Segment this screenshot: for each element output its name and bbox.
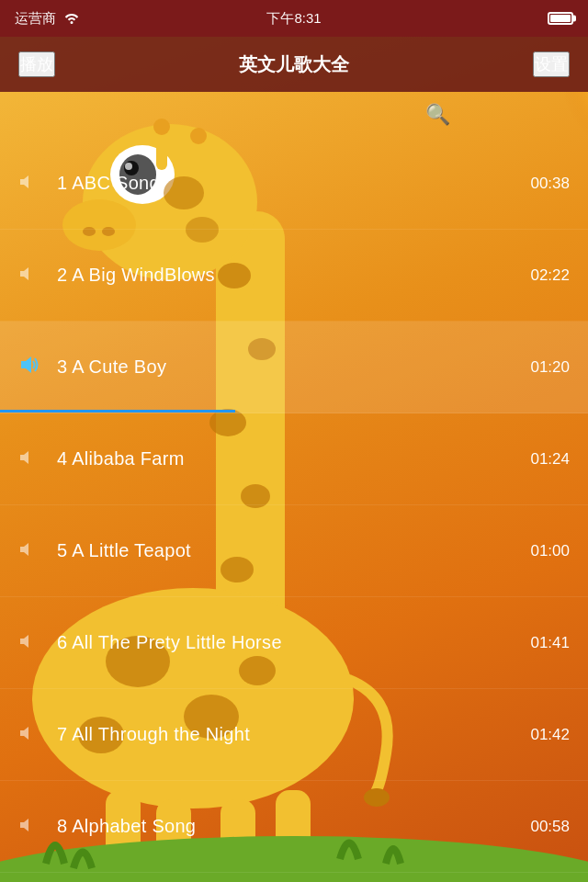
speaker-icon <box>18 266 46 285</box>
battery-icon <box>548 12 573 25</box>
song-duration-2: 02:22 <box>519 266 570 285</box>
speaker-icon <box>18 450 46 469</box>
status-bar: 运营商 下午8:31 <box>0 0 588 37</box>
speaker-icon <box>18 634 46 652</box>
song-title-3: 3 A Cute Boy <box>57 356 519 378</box>
song-duration-3: 01:20 <box>519 358 570 377</box>
song-title-1: 1 ABC Song <box>57 173 519 194</box>
svg-marker-36 <box>20 175 28 188</box>
song-title-5: 5 A Little Teapot <box>57 540 519 561</box>
song-title-6: 6 All The Prety Little Horse <box>57 632 519 653</box>
search-icon[interactable]: 🔍 <box>425 103 450 127</box>
search-bar: 🔍 <box>0 92 588 138</box>
nav-title: 英文儿歌大全 <box>239 52 349 77</box>
svg-marker-42 <box>20 727 28 740</box>
song-list: 1 ABC Song00:38 2 A Big WindBlows02:22 3… <box>0 92 588 873</box>
song-item-8[interactable]: 8 Alphabet Song00:58 <box>0 781 588 873</box>
song-item-2[interactable]: 2 A Big WindBlows02:22 <box>0 230 588 322</box>
song-title-4: 4 Alibaba Farm <box>57 448 519 469</box>
svg-marker-37 <box>20 267 28 280</box>
speaker-icon <box>18 542 46 560</box>
song-item-5[interactable]: 5 A Little Teapot01:00 <box>0 505 588 597</box>
time-display: 下午8:31 <box>266 10 321 28</box>
svg-marker-41 <box>20 635 28 648</box>
song-title-7: 7 All Through the Night <box>57 724 519 745</box>
svg-marker-39 <box>20 451 28 464</box>
song-item-6[interactable]: 6 All The Prety Little Horse01:41 <box>0 597 588 689</box>
song-duration-6: 01:41 <box>519 634 570 652</box>
svg-marker-38 <box>21 356 31 373</box>
nav-bar: 播放 英文儿歌大全 设置 <box>0 37 588 92</box>
speaker-icon <box>18 726 46 744</box>
carrier-label: 运营商 <box>15 10 56 28</box>
speaker-active-icon <box>18 356 46 379</box>
song-duration-7: 01:42 <box>519 726 570 744</box>
song-duration-8: 00:58 <box>519 818 570 836</box>
song-item-3[interactable]: 3 A Cute Boy01:20 <box>0 322 588 413</box>
song-duration-1: 00:38 <box>519 175 570 193</box>
play-button[interactable]: 播放 <box>18 51 55 77</box>
song-title-8: 8 Alphabet Song <box>57 816 519 837</box>
song-duration-4: 01:24 <box>519 450 570 469</box>
settings-button[interactable]: 设置 <box>533 51 570 77</box>
song-item-7[interactable]: 7 All Through the Night01:42 <box>0 689 588 781</box>
svg-marker-43 <box>20 819 28 831</box>
song-item-4[interactable]: 4 Alibaba Farm01:24 <box>0 413 588 505</box>
speaker-icon <box>18 818 46 836</box>
svg-marker-40 <box>20 543 28 556</box>
wifi-icon <box>63 11 80 27</box>
song-item-1[interactable]: 1 ABC Song00:38 <box>0 138 588 230</box>
speaker-icon <box>18 175 46 193</box>
song-duration-5: 01:00 <box>519 542 570 560</box>
song-title-2: 2 A Big WindBlows <box>57 265 519 286</box>
